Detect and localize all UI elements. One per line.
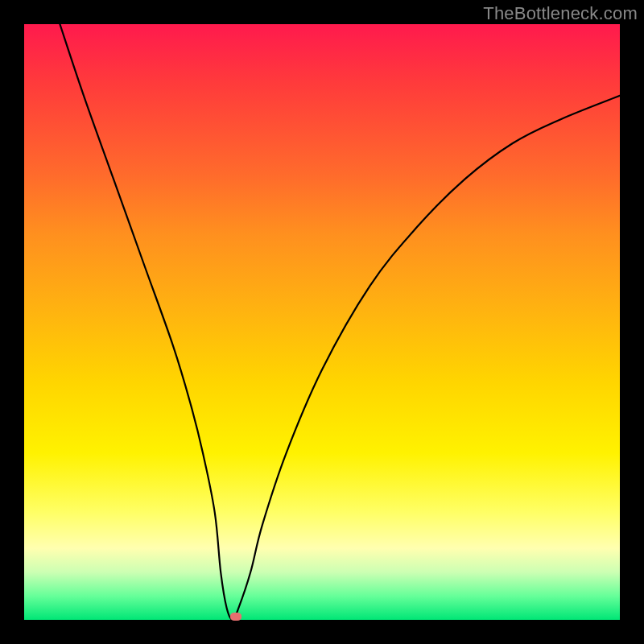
bottleneck-curve (60, 24, 620, 620)
watermark-text: TheBottleneck.com (483, 3, 638, 24)
min-marker (230, 613, 242, 621)
curve-svg (24, 24, 620, 620)
chart-frame: TheBottleneck.com (0, 0, 644, 644)
plot-area (24, 24, 620, 620)
